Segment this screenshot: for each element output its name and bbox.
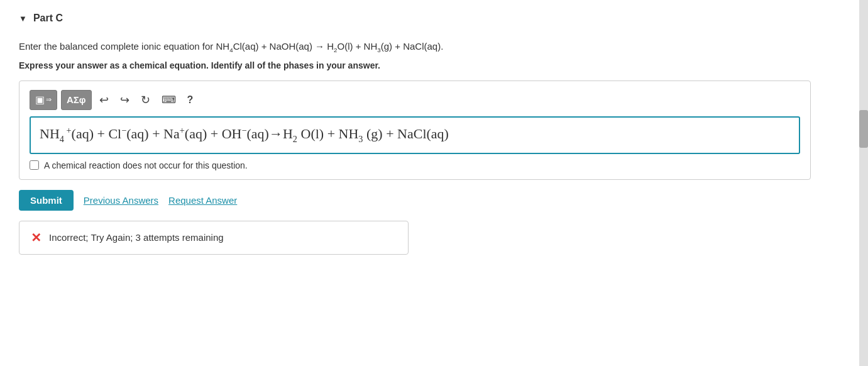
part-header: ▼ Part C <box>19 13 849 24</box>
part-title: Part C <box>33 13 63 24</box>
scrollbar-track[interactable] <box>859 0 868 366</box>
instruction-text: Express your answer as a chemical equati… <box>19 60 849 70</box>
template-arrow: ⇒ <box>46 96 52 104</box>
keyboard-icon: ⌨ <box>162 94 176 106</box>
symbol-button[interactable]: ΑΣφ <box>61 90 92 110</box>
action-row: Submit Previous Answers Request Answer <box>19 190 849 211</box>
no-reaction-row: A chemical reaction does not occur for t… <box>30 160 800 170</box>
refresh-button[interactable]: ↻ <box>137 92 154 108</box>
no-reaction-label[interactable]: A chemical reaction does not occur for t… <box>44 160 248 170</box>
undo-icon: ↩ <box>99 93 109 107</box>
template-icon: ▣ <box>35 94 45 106</box>
request-answer-button[interactable]: Request Answer <box>168 195 237 206</box>
scrollbar-thumb[interactable] <box>859 110 868 148</box>
equation-content: NH4 +(aq) + Cl−(aq) + Na+(aq) + OH−(aq)→… <box>40 125 449 145</box>
toolbar: ▣ ⇒ ΑΣφ ↩ ↪ ↻ ⌨ ? <box>30 90 800 110</box>
no-reaction-checkbox[interactable] <box>30 160 39 170</box>
template-button[interactable]: ▣ ⇒ <box>30 90 57 110</box>
redo-button[interactable]: ↪ <box>116 92 133 108</box>
equation-input[interactable]: NH4 +(aq) + Cl−(aq) + Na+(aq) + OH−(aq)→… <box>30 116 800 154</box>
undo-button[interactable]: ↩ <box>96 92 113 108</box>
feedback-box: ✕ Incorrect; Try Again; 3 attempts remai… <box>19 221 409 255</box>
feedback-message: Incorrect; Try Again; 3 attempts remaini… <box>49 232 224 243</box>
answer-box: ▣ ⇒ ΑΣφ ↩ ↪ ↻ ⌨ ? NH4 +(aq) + Cl−(aq) <box>19 80 811 180</box>
help-icon: ? <box>187 94 194 106</box>
previous-answers-button[interactable]: Previous Answers <box>84 195 158 206</box>
help-button[interactable]: ? <box>184 93 197 107</box>
page-wrapper: ▼ Part C Enter the balanced complete ion… <box>0 0 868 366</box>
question-text: Enter the balanced complete ionic equati… <box>19 39 849 55</box>
submit-button[interactable]: Submit <box>19 190 74 211</box>
incorrect-icon: ✕ <box>31 230 41 245</box>
refresh-icon: ↻ <box>141 93 150 107</box>
keyboard-button[interactable]: ⌨ <box>158 92 180 107</box>
redo-icon: ↪ <box>120 93 129 107</box>
collapse-arrow-icon[interactable]: ▼ <box>19 14 27 23</box>
